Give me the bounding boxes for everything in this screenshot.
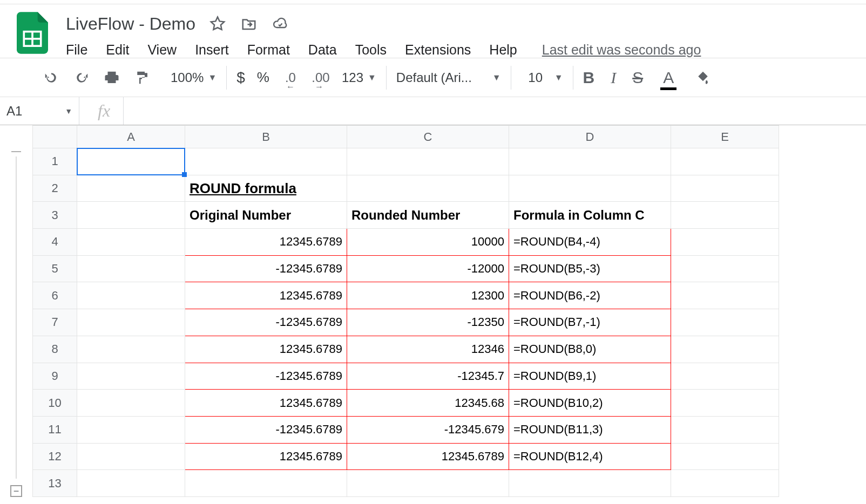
cell-D6[interactable]: =ROUND(B6,-2): [509, 282, 671, 309]
bold-button[interactable]: B: [583, 69, 595, 87]
menu-insert[interactable]: Insert: [195, 42, 229, 58]
cell-D2[interactable]: [509, 175, 671, 202]
cell-B11[interactable]: -12345.6789: [185, 416, 347, 443]
cell-A11[interactable]: [77, 416, 185, 443]
cell-E7[interactable]: [671, 309, 779, 336]
cell-C6[interactable]: 12300: [347, 282, 509, 309]
undo-icon[interactable]: [42, 69, 60, 87]
cell-A5[interactable]: [77, 255, 185, 282]
collapse-group-button[interactable]: −: [10, 485, 22, 497]
fill-color-button[interactable]: [694, 69, 712, 87]
cell-C10[interactable]: 12345.68: [347, 390, 509, 417]
cell-B1[interactable]: [185, 148, 347, 175]
cell-D7[interactable]: =ROUND(B7,-1): [509, 309, 671, 336]
more-formats-dropdown[interactable]: 123 ▼: [342, 70, 376, 85]
cell-C5[interactable]: -12000: [347, 255, 509, 282]
row-header[interactable]: 1: [33, 148, 77, 175]
cell-D9[interactable]: =ROUND(B9,1): [509, 363, 671, 390]
cell-E8[interactable]: [671, 336, 779, 363]
strikethrough-button[interactable]: S: [632, 69, 643, 87]
cell-C12[interactable]: 12345.6789: [347, 443, 509, 470]
cell-B13[interactable]: [185, 470, 347, 497]
move-to-folder-icon[interactable]: [240, 15, 258, 33]
cloud-saved-icon[interactable]: [271, 15, 289, 33]
cell-A12[interactable]: [77, 443, 185, 470]
sheets-logo-icon[interactable]: [16, 11, 49, 55]
cell-B6[interactable]: 12345.6789: [185, 282, 347, 309]
cell-D5[interactable]: =ROUND(B5,-3): [509, 255, 671, 282]
cell-B2[interactable]: ROUND formula: [185, 175, 347, 202]
menu-view[interactable]: View: [147, 42, 177, 58]
font-size-dropdown[interactable]: 10 ▼: [521, 70, 563, 85]
row-header[interactable]: 13: [33, 470, 77, 497]
cell-B4[interactable]: 12345.6789: [185, 229, 347, 256]
spreadsheet-grid[interactable]: A B C D E 1: [32, 125, 779, 497]
row-header[interactable]: 11: [33, 416, 77, 443]
col-header-A[interactable]: A: [77, 126, 185, 148]
row-header[interactable]: 7: [33, 309, 77, 336]
cell-A13[interactable]: [77, 470, 185, 497]
cell-B12[interactable]: 12345.6789: [185, 443, 347, 470]
cell-E10[interactable]: [671, 390, 779, 417]
cell-C13[interactable]: [347, 470, 509, 497]
row-header[interactable]: 8: [33, 336, 77, 363]
select-all-corner[interactable]: [33, 126, 77, 148]
menu-help[interactable]: Help: [489, 42, 517, 58]
decrease-decimal-button[interactable]: .0←: [281, 69, 300, 87]
cell-C4[interactable]: 10000: [347, 229, 509, 256]
cell-A2[interactable]: [77, 175, 185, 202]
menu-format[interactable]: Format: [247, 42, 290, 58]
italic-button[interactable]: I: [611, 69, 616, 87]
row-header[interactable]: 5: [33, 255, 77, 282]
col-header-D[interactable]: D: [509, 126, 671, 148]
cell-C11[interactable]: -12345.679: [347, 416, 509, 443]
menu-data[interactable]: Data: [308, 42, 337, 58]
row-header[interactable]: 4: [33, 229, 77, 256]
row-header[interactable]: 12: [33, 443, 77, 470]
cell-D8[interactable]: =ROUND(B8,0): [509, 336, 671, 363]
formula-input[interactable]: [123, 97, 866, 125]
menu-extensions[interactable]: Extensions: [405, 42, 471, 58]
cell-E11[interactable]: [671, 416, 779, 443]
cell-E4[interactable]: [671, 229, 779, 256]
row-header[interactable]: 10: [33, 390, 77, 417]
cell-B5[interactable]: -12345.6789: [185, 255, 347, 282]
cell-E13[interactable]: [671, 470, 779, 497]
col-header-E[interactable]: E: [671, 126, 779, 148]
cell-A1[interactable]: [77, 148, 185, 175]
cell-E5[interactable]: [671, 255, 779, 282]
font-family-dropdown[interactable]: Default (Ari... ▼: [396, 70, 501, 85]
cell-E6[interactable]: [671, 282, 779, 309]
cell-C9[interactable]: -12345.7: [347, 363, 509, 390]
cell-C7[interactable]: -12350: [347, 309, 509, 336]
row-header[interactable]: 3: [33, 202, 77, 229]
text-color-button[interactable]: A: [659, 69, 678, 87]
cell-E12[interactable]: [671, 443, 779, 470]
cell-E2[interactable]: [671, 175, 779, 202]
cell-C1[interactable]: [347, 148, 509, 175]
cell-D4[interactable]: =ROUND(B4,-4): [509, 229, 671, 256]
cell-C8[interactable]: 12346: [347, 336, 509, 363]
paint-format-icon[interactable]: [133, 69, 151, 87]
cell-C3[interactable]: Rounded Number: [347, 202, 509, 229]
col-header-C[interactable]: C: [347, 126, 509, 148]
cell-A3[interactable]: [77, 202, 185, 229]
cell-B7[interactable]: -12345.6789: [185, 309, 347, 336]
cell-B3[interactable]: Original Number: [185, 202, 347, 229]
cell-D3[interactable]: Formula in Column C: [509, 202, 671, 229]
cell-D10[interactable]: =ROUND(B10,2): [509, 390, 671, 417]
redo-icon[interactable]: [72, 69, 91, 87]
cell-A9[interactable]: [77, 363, 185, 390]
col-header-B[interactable]: B: [185, 126, 347, 148]
zoom-dropdown[interactable]: 100% ▼: [171, 70, 216, 85]
cell-A10[interactable]: [77, 390, 185, 417]
cell-A8[interactable]: [77, 336, 185, 363]
document-title[interactable]: LiveFlow - Demo: [66, 14, 195, 34]
name-box[interactable]: A1 ▼: [0, 104, 79, 119]
cell-B8[interactable]: 12345.6789: [185, 336, 347, 363]
cell-A7[interactable]: [77, 309, 185, 336]
format-percent-button[interactable]: %: [257, 69, 269, 86]
cell-E9[interactable]: [671, 363, 779, 390]
cell-D11[interactable]: =ROUND(B11,3): [509, 416, 671, 443]
row-header[interactable]: 2: [33, 175, 77, 202]
